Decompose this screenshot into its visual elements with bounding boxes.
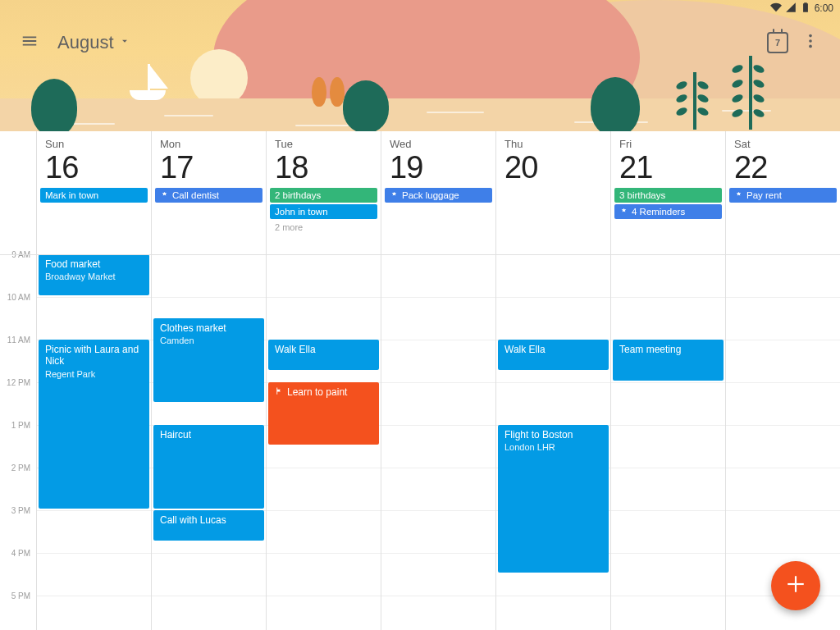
calendar-event[interactable]: Clothes marketCamden (153, 318, 264, 402)
hour-line (611, 297, 725, 298)
day-header[interactable]: Sat22 (726, 131, 840, 186)
today-button[interactable]: 7 (761, 26, 794, 59)
allday-chip[interactable]: 2 birthdays (270, 188, 377, 203)
allday-area: 3 birthdays4 Reminders (611, 188, 725, 219)
day-column[interactable]: Sun16Mark in town9 AM10 AM11 AM12 PM1 PM… (36, 131, 151, 630)
decor-sea-lines (0, 98, 840, 131)
allday-chip[interactable]: Call dentist (155, 188, 262, 203)
calendar-header: 6:00 August 7 (0, 0, 840, 131)
hour-label: 3 PM (1, 506, 34, 515)
hour-line (611, 468, 725, 468)
allday-chip[interactable]: Pay rent (729, 188, 837, 203)
status-time: 6:00 (815, 2, 833, 14)
reminder-icon (160, 191, 169, 200)
battery-icon (800, 2, 811, 16)
hour-line (496, 297, 610, 298)
allday-area: Call dentist (152, 188, 266, 203)
time-grid[interactable]: Clothes marketCamdenHaircutCall with Luc… (152, 254, 266, 630)
create-event-fab[interactable] (771, 561, 820, 610)
hour-line (381, 553, 495, 554)
day-header[interactable]: Fri21 (611, 131, 725, 186)
reminder-icon (734, 191, 743, 200)
calendar-event[interactable]: Flight to BostonLondon LHR (498, 425, 609, 573)
event-subtitle: Broadway Market (45, 272, 143, 282)
hour-label: 5 PM (1, 591, 34, 600)
time-grid[interactable]: Team meeting (611, 254, 725, 630)
calendar-today-icon: 7 (767, 32, 788, 53)
calendar-event[interactable]: Walk Ella (498, 340, 609, 370)
hour-line (496, 382, 610, 383)
calendar-event[interactable]: Picnic with Laura and NickRegent Park (39, 340, 149, 509)
calendar-event[interactable]: Learn to paint (268, 382, 379, 445)
hour-line (267, 297, 381, 298)
allday-chip[interactable]: 4 Reminders (614, 204, 722, 219)
hour-line (37, 553, 151, 554)
decor-bush (343, 80, 389, 131)
hour-line (381, 510, 495, 511)
day-of-week: Mon (160, 138, 258, 150)
allday-separator (0, 254, 840, 255)
hour-line (726, 297, 840, 298)
time-grid[interactable]: 9 AM10 AM11 AM12 PM1 PM2 PM3 PM4 PM5 PMF… (37, 254, 151, 630)
calendar-event[interactable]: Team meeting (613, 340, 724, 381)
chip-label: Pack luggage (402, 190, 459, 200)
day-column[interactable]: Sat22Pay rent (725, 131, 840, 630)
day-of-week: Tue (275, 138, 372, 150)
day-of-week: Fri (619, 138, 717, 150)
calendar-event[interactable]: Food marketBroadway Market (39, 254, 149, 295)
menu-button[interactable] (13, 26, 46, 59)
hour-line (381, 297, 495, 298)
day-header[interactable]: Thu20 (496, 131, 610, 186)
day-header[interactable]: Sun16 (37, 131, 151, 186)
allday-chip[interactable]: 3 birthdays (614, 188, 722, 203)
svg-point-1 (809, 39, 812, 43)
reminder-icon (619, 208, 628, 217)
hour-line (611, 510, 725, 511)
time-grid[interactable]: Walk EllaLearn to paint (267, 254, 381, 630)
app-bar: August 7 (0, 20, 840, 66)
decor-tree (330, 77, 345, 107)
day-number: 21 (619, 152, 717, 183)
time-grid[interactable] (381, 254, 495, 630)
allday-chip[interactable]: Pack luggage (385, 188, 492, 203)
hamburger-icon (21, 32, 39, 53)
calendar-event[interactable]: Call with Lucas (153, 510, 264, 541)
day-column[interactable]: Fri213 birthdays4 RemindersTeam meeting (610, 131, 725, 630)
hour-line (381, 468, 495, 468)
hour-line (726, 340, 840, 340)
day-column[interactable]: Mon17Call dentistClothes marketCamdenHai… (151, 131, 266, 630)
day-column[interactable]: Wed19Pack luggage (381, 131, 495, 630)
calendar-event[interactable]: Haircut (153, 425, 264, 509)
hour-line (726, 382, 840, 383)
day-column[interactable]: Tue182 birthdaysJohn in town2 moreWalk E… (266, 131, 381, 630)
day-number: 20 (504, 152, 602, 183)
hour-line (611, 553, 725, 554)
calendar-event[interactable]: Walk Ella (268, 340, 379, 370)
day-column[interactable]: Thu20Walk EllaFlight to BostonLondon LHR (495, 131, 610, 630)
allday-chip[interactable]: Mark in town (40, 188, 148, 203)
day-number: 17 (160, 152, 258, 183)
plus-icon (785, 573, 806, 598)
hour-line (381, 340, 495, 340)
event-subtitle: London LHR (504, 442, 602, 453)
more-events[interactable]: 2 more (268, 221, 379, 234)
hour-line (37, 596, 151, 596)
day-header[interactable]: Mon17 (152, 131, 266, 186)
day-header[interactable]: Tue18 (267, 131, 381, 186)
hour-line (611, 382, 725, 383)
month-label: August (57, 32, 114, 53)
allday-area: Pay rent (726, 188, 840, 203)
day-number: 16 (45, 152, 143, 183)
day-of-week: Sun (45, 138, 143, 150)
overflow-button[interactable] (794, 26, 827, 59)
month-picker[interactable]: August (57, 32, 130, 53)
time-grid[interactable]: Walk EllaFlight to BostonLondon LHR (496, 254, 610, 630)
event-subtitle: Camden (160, 336, 258, 346)
hour-line (726, 425, 840, 426)
wifi-icon (770, 2, 782, 16)
svg-point-0 (809, 34, 812, 38)
event-title: Haircut (160, 429, 258, 441)
day-number: 18 (275, 152, 372, 183)
day-header[interactable]: Wed19 (381, 131, 495, 186)
allday-chip[interactable]: John in town (270, 204, 377, 219)
